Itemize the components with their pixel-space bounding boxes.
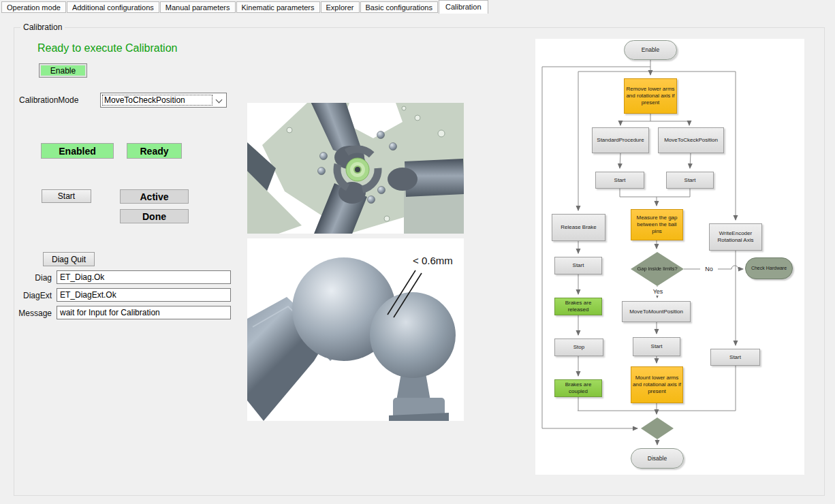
flow-node-start-encoder: Start: [710, 349, 760, 366]
flow-node-enable: Enable: [624, 40, 677, 60]
diagext-field[interactable]: [57, 288, 231, 302]
active-status-badge: Active: [120, 189, 189, 204]
flow-node-release-brake: Release Brake: [552, 214, 605, 241]
gap-annotation-text: < 0.6mm: [413, 255, 453, 266]
calibration-groupbox-title: Calibration: [20, 22, 65, 32]
flow-node-mount-arms: Mount lower arms and rotational axis if …: [631, 366, 683, 403]
chevron-down-icon: [216, 97, 223, 104]
ready-status-badge: Ready: [127, 143, 182, 159]
flow-node-disable: Disable: [631, 448, 684, 469]
flow-node-start-check: Start: [666, 172, 714, 189]
flow-node-start-brake: Start: [554, 257, 602, 274]
tab-operation-mode[interactable]: Operation mode: [1, 1, 66, 13]
center-hub: [346, 158, 369, 181]
calibration-mode-select[interactable]: MoveToCheckPosition: [100, 93, 227, 108]
diag-field[interactable]: [57, 270, 231, 284]
calibration-mode-label: CalibrationMode: [19, 95, 78, 105]
edge-label-no: No: [705, 266, 713, 272]
calibration-mode-value: MoveToCheckPosition: [104, 95, 185, 105]
flow-node-check-hardware: Check Hardware: [745, 257, 793, 279]
flow-node-standard-procedure: StandardProcedure: [592, 127, 649, 153]
enable-button[interactable]: Enable: [39, 63, 87, 78]
flow-node-brakes-released: Brakes are released: [554, 298, 602, 315]
done-status-badge: Done: [120, 209, 189, 223]
ball-pins-gap-image: < 0.6mm: [247, 238, 464, 421]
enabled-status-badge: Enabled: [41, 143, 114, 159]
start-button[interactable]: Start: [42, 189, 91, 203]
flow-node-start-mount: Start: [633, 337, 680, 356]
edge-label-yes: Yes: [653, 288, 663, 295]
flow-node-stop: Stop: [554, 338, 603, 356]
message-field[interactable]: [57, 306, 231, 319]
calibration-window: Operation mode Additional configurations…: [0, 0, 835, 504]
tab-manual-parameters[interactable]: Manual parameters: [160, 1, 236, 13]
tab-explorer[interactable]: Explorer: [321, 1, 360, 13]
diag-label: Diag: [14, 273, 52, 283]
tab-bar: Operation mode Additional configurations…: [0, 0, 489, 14]
tab-basic-configurations[interactable]: Basic configurations: [360, 1, 438, 13]
tab-kinematic-parameters[interactable]: Kinematic parameters: [236, 1, 320, 13]
diag-quit-button[interactable]: Diag Quit: [43, 252, 95, 266]
flow-node-move-to-check: MoveToCkeckPosition: [658, 127, 724, 153]
flow-node-start-standard: Start: [595, 172, 644, 189]
tab-additional-configurations[interactable]: Additional configurations: [67, 1, 159, 13]
flow-node-measure-gap: Measure the gap between the ball pins: [631, 209, 683, 240]
status-heading: Ready to execute Calibration: [37, 42, 177, 54]
flow-node-write-encoder: WriteEncoder Rotational Axis: [709, 223, 762, 251]
flow-node-remove-arms: Remove lower arms and rotational axis if…: [624, 78, 677, 114]
flow-node-move-to-mount: MoveToMountPosition: [622, 301, 691, 322]
robot-top-view-image: [247, 103, 464, 234]
tab-calibration[interactable]: Calibration: [439, 0, 488, 14]
message-label: Message: [14, 309, 52, 318]
flow-node-brakes-coupled: Brakes are coupled: [554, 379, 602, 397]
calibration-flowchart: No Yes Enable Remove lower arms and rota…: [535, 39, 804, 475]
diagext-label: DiagExt: [14, 291, 52, 300]
